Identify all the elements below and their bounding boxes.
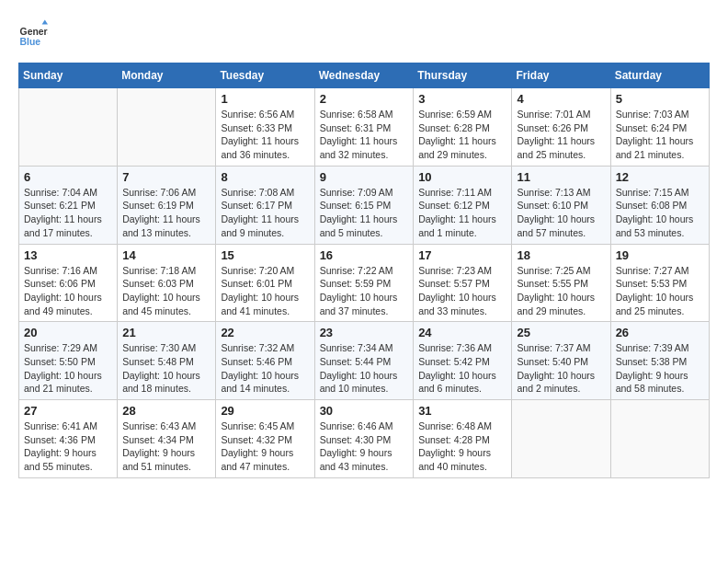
day-number: 22 xyxy=(221,326,309,339)
day-number: 4 xyxy=(517,92,605,106)
calendar-cell: 12Sunrise: 7:15 AMSunset: 6:08 PMDayligh… xyxy=(610,166,709,244)
day-number: 26 xyxy=(616,326,704,339)
page-header: General Blue xyxy=(18,18,710,48)
calendar-cell: 14Sunrise: 7:18 AMSunset: 6:03 PMDayligh… xyxy=(118,244,216,322)
weekday-header-sunday: Sunday xyxy=(19,63,118,88)
day-detail: Sunrise: 6:58 AMSunset: 6:31 PMDaylight:… xyxy=(320,108,409,162)
calendar-cell: 2Sunrise: 6:58 AMSunset: 6:31 PMDaylight… xyxy=(314,88,414,167)
week-row-1: 1Sunrise: 6:56 AMSunset: 6:33 PMDaylight… xyxy=(19,88,710,167)
day-number: 3 xyxy=(418,92,506,106)
day-detail: Sunrise: 7:34 AMSunset: 5:44 PMDaylight:… xyxy=(320,341,409,396)
calendar-cell: 18Sunrise: 7:25 AMSunset: 5:55 PMDayligh… xyxy=(512,244,610,322)
day-detail: Sunrise: 7:32 AMSunset: 5:46 PMDaylight:… xyxy=(221,341,309,396)
day-number: 5 xyxy=(616,92,704,106)
day-detail: Sunrise: 7:16 AMSunset: 6:06 PMDaylight:… xyxy=(24,264,112,318)
day-number: 23 xyxy=(320,326,409,339)
calendar-table: SundayMondayTuesdayWednesdayThursdayFrid… xyxy=(18,63,710,478)
day-detail: Sunrise: 7:36 AMSunset: 5:42 PMDaylight:… xyxy=(418,341,506,396)
day-detail: Sunrise: 7:15 AMSunset: 6:08 PMDaylight:… xyxy=(616,186,704,240)
calendar-cell: 26Sunrise: 7:39 AMSunset: 5:38 PMDayligh… xyxy=(610,322,709,400)
day-detail: Sunrise: 6:59 AMSunset: 6:28 PMDaylight:… xyxy=(418,108,506,162)
day-number: 14 xyxy=(122,248,210,262)
calendar-cell: 6Sunrise: 7:04 AMSunset: 6:21 PMDaylight… xyxy=(19,166,118,244)
calendar-cell: 23Sunrise: 7:34 AMSunset: 5:44 PMDayligh… xyxy=(314,322,414,400)
day-detail: Sunrise: 6:43 AMSunset: 4:34 PMDaylight:… xyxy=(122,419,210,474)
day-number: 2 xyxy=(320,92,409,106)
day-detail: Sunrise: 7:37 AMSunset: 5:40 PMDaylight:… xyxy=(517,341,605,396)
day-detail: Sunrise: 7:06 AMSunset: 6:19 PMDaylight:… xyxy=(122,186,210,240)
calendar-cell: 24Sunrise: 7:36 AMSunset: 5:42 PMDayligh… xyxy=(414,322,512,400)
day-detail: Sunrise: 7:20 AMSunset: 6:01 PMDaylight:… xyxy=(221,264,309,318)
calendar-cell xyxy=(19,88,118,167)
calendar-cell: 1Sunrise: 6:56 AMSunset: 6:33 PMDaylight… xyxy=(216,88,314,167)
day-number: 13 xyxy=(24,248,112,262)
weekday-header-row: SundayMondayTuesdayWednesdayThursdayFrid… xyxy=(19,63,710,88)
calendar-cell xyxy=(118,88,216,167)
week-row-4: 20Sunrise: 7:29 AMSunset: 5:50 PMDayligh… xyxy=(19,322,710,400)
day-detail: Sunrise: 6:46 AMSunset: 4:30 PMDaylight:… xyxy=(320,419,409,474)
day-number: 7 xyxy=(122,170,210,184)
day-number: 18 xyxy=(517,248,605,262)
day-number: 8 xyxy=(221,170,309,184)
calendar-cell: 16Sunrise: 7:22 AMSunset: 5:59 PMDayligh… xyxy=(314,244,414,322)
svg-text:General: General xyxy=(20,27,48,37)
svg-text:Blue: Blue xyxy=(20,37,41,47)
calendar-cell: 11Sunrise: 7:13 AMSunset: 6:10 PMDayligh… xyxy=(512,166,610,244)
calendar-cell: 27Sunrise: 6:41 AMSunset: 4:36 PMDayligh… xyxy=(19,400,118,478)
day-detail: Sunrise: 7:39 AMSunset: 5:38 PMDaylight:… xyxy=(616,341,704,396)
calendar-cell: 17Sunrise: 7:23 AMSunset: 5:57 PMDayligh… xyxy=(414,244,512,322)
calendar-cell: 9Sunrise: 7:09 AMSunset: 6:15 PMDaylight… xyxy=(314,166,414,244)
day-number: 15 xyxy=(221,248,309,262)
day-detail: Sunrise: 7:01 AMSunset: 6:26 PMDaylight:… xyxy=(517,108,605,162)
calendar-cell: 7Sunrise: 7:06 AMSunset: 6:19 PMDaylight… xyxy=(118,166,216,244)
day-number: 24 xyxy=(418,326,506,339)
day-number: 20 xyxy=(24,326,112,339)
day-detail: Sunrise: 7:18 AMSunset: 6:03 PMDaylight:… xyxy=(122,264,210,318)
calendar-cell: 13Sunrise: 7:16 AMSunset: 6:06 PMDayligh… xyxy=(19,244,118,322)
day-detail: Sunrise: 7:03 AMSunset: 6:24 PMDaylight:… xyxy=(616,108,704,162)
calendar-cell: 3Sunrise: 6:59 AMSunset: 6:28 PMDaylight… xyxy=(414,88,512,167)
day-detail: Sunrise: 7:23 AMSunset: 5:57 PMDaylight:… xyxy=(418,264,506,318)
calendar-cell: 5Sunrise: 7:03 AMSunset: 6:24 PMDaylight… xyxy=(610,88,709,167)
week-row-5: 27Sunrise: 6:41 AMSunset: 4:36 PMDayligh… xyxy=(19,400,710,478)
day-detail: Sunrise: 7:27 AMSunset: 5:53 PMDaylight:… xyxy=(616,264,704,318)
day-number: 16 xyxy=(320,248,409,262)
day-number: 28 xyxy=(122,404,210,418)
day-detail: Sunrise: 7:04 AMSunset: 6:21 PMDaylight:… xyxy=(24,186,112,240)
day-detail: Sunrise: 7:30 AMSunset: 5:48 PMDaylight:… xyxy=(122,341,210,396)
day-detail: Sunrise: 7:09 AMSunset: 6:15 PMDaylight:… xyxy=(320,186,409,240)
day-number: 21 xyxy=(122,326,210,339)
logo-icon: General Blue xyxy=(18,18,48,48)
day-number: 29 xyxy=(221,404,309,418)
calendar-cell xyxy=(512,400,610,478)
day-number: 19 xyxy=(616,248,704,262)
day-detail: Sunrise: 7:13 AMSunset: 6:10 PMDaylight:… xyxy=(517,186,605,240)
weekday-header-wednesday: Wednesday xyxy=(314,63,414,88)
day-number: 12 xyxy=(616,170,704,184)
weekday-header-thursday: Thursday xyxy=(414,63,512,88)
calendar-cell: 4Sunrise: 7:01 AMSunset: 6:26 PMDaylight… xyxy=(512,88,610,167)
calendar-cell: 20Sunrise: 7:29 AMSunset: 5:50 PMDayligh… xyxy=(19,322,118,400)
calendar-cell: 29Sunrise: 6:45 AMSunset: 4:32 PMDayligh… xyxy=(216,400,314,478)
day-number: 6 xyxy=(24,170,112,184)
day-detail: Sunrise: 6:41 AMSunset: 4:36 PMDaylight:… xyxy=(24,419,112,474)
calendar-cell: 28Sunrise: 6:43 AMSunset: 4:34 PMDayligh… xyxy=(118,400,216,478)
day-number: 17 xyxy=(418,248,506,262)
weekday-header-saturday: Saturday xyxy=(610,63,709,88)
day-detail: Sunrise: 6:56 AMSunset: 6:33 PMDaylight:… xyxy=(221,108,309,162)
day-detail: Sunrise: 6:45 AMSunset: 4:32 PMDaylight:… xyxy=(221,419,309,474)
calendar-cell: 8Sunrise: 7:08 AMSunset: 6:17 PMDaylight… xyxy=(216,166,314,244)
day-number: 1 xyxy=(221,92,309,106)
day-number: 31 xyxy=(418,404,506,418)
calendar-cell: 22Sunrise: 7:32 AMSunset: 5:46 PMDayligh… xyxy=(216,322,314,400)
logo: General Blue xyxy=(18,18,48,48)
day-detail: Sunrise: 7:11 AMSunset: 6:12 PMDaylight:… xyxy=(418,186,506,240)
day-number: 30 xyxy=(320,404,409,418)
day-number: 9 xyxy=(320,170,409,184)
week-row-3: 13Sunrise: 7:16 AMSunset: 6:06 PMDayligh… xyxy=(19,244,710,322)
day-number: 25 xyxy=(517,326,605,339)
calendar-cell: 19Sunrise: 7:27 AMSunset: 5:53 PMDayligh… xyxy=(610,244,709,322)
calendar-cell: 25Sunrise: 7:37 AMSunset: 5:40 PMDayligh… xyxy=(512,322,610,400)
day-detail: Sunrise: 7:22 AMSunset: 5:59 PMDaylight:… xyxy=(320,264,409,318)
calendar-cell: 30Sunrise: 6:46 AMSunset: 4:30 PMDayligh… xyxy=(314,400,414,478)
